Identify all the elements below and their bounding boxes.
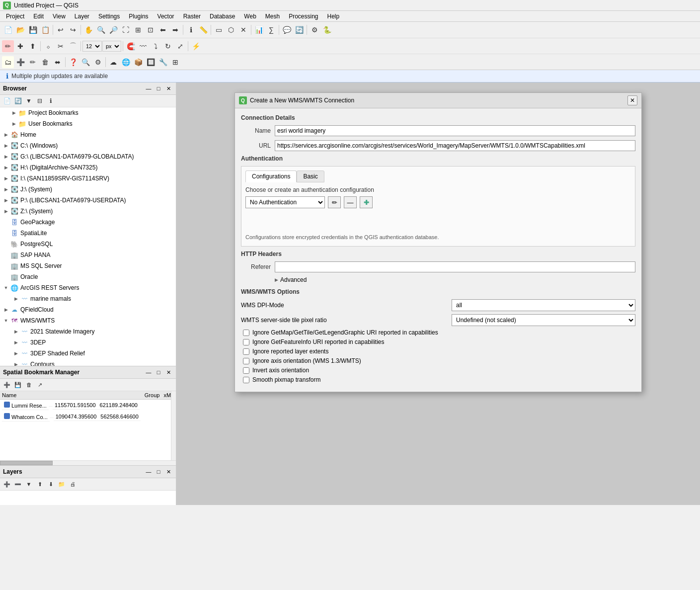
tree-item-qfieldcloud[interactable]: ▶ ☁ QFieldCloud	[0, 304, 176, 315]
tree-item-sap-hana[interactable]: 🏢 SAP HANA	[0, 250, 176, 260]
tb-save[interactable]: 💾	[27, 24, 39, 36]
bm-delete-btn[interactable]: 🗑	[24, 380, 34, 390]
menu-help[interactable]: Help	[323, 12, 344, 21]
browser-info-btn[interactable]: ℹ	[46, 96, 56, 106]
browser-panel-minimize[interactable]: —	[144, 84, 153, 93]
tree-item-postgresql[interactable]: 🐘 PostgreSQL	[0, 239, 176, 250]
tb-zoom-layer[interactable]: ⊞	[132, 24, 144, 36]
tb-python[interactable]: 🐍	[321, 24, 333, 36]
tb-cloud[interactable]: ☁	[107, 56, 119, 68]
menu-view[interactable]: View	[49, 12, 70, 21]
tb-refresh[interactable]: 🔄	[293, 24, 305, 36]
ignore-getmap-checkbox[interactable]	[243, 330, 249, 336]
tree-item-i-drive[interactable]: ▶ 💽 I:\ (SAN11859SRV-GIS7114SRV)	[0, 173, 176, 184]
tb-identify2[interactable]: 🔍	[79, 56, 91, 68]
smooth-pixmap-checkbox[interactable]	[243, 377, 249, 383]
menu-layer[interactable]: Layer	[71, 12, 93, 21]
url-input[interactable]	[275, 140, 635, 151]
tile-pixel-ratio-dropdown[interactable]: Undefined (not scaled)	[452, 314, 635, 326]
auth-dropdown[interactable]: No Authentication	[245, 196, 325, 208]
tree-item-c-drive[interactable]: ▶ 💽 C:\ (Windows)	[0, 140, 176, 151]
tab-configurations[interactable]: Configurations	[245, 170, 297, 182]
menu-web[interactable]: Web	[240, 12, 260, 21]
browser-filter-btn[interactable]: ▼	[24, 96, 34, 106]
layers-group-btn[interactable]: 📁	[57, 479, 67, 489]
bm-save-btn[interactable]: 💾	[13, 380, 23, 390]
bm-add-btn[interactable]: ➕	[2, 380, 12, 390]
advanced-row[interactable]: ▶ Advanced	[241, 274, 635, 284]
tb-select-poly[interactable]: ⬡	[225, 24, 237, 36]
tb-grid[interactable]: ⊞	[169, 56, 181, 68]
menu-edit[interactable]: Edit	[29, 12, 48, 21]
browser-refresh-btn[interactable]: 🔄	[13, 96, 23, 106]
tree-item-oracle[interactable]: 🏢 Oracle	[0, 271, 176, 282]
tb-scale[interactable]: ⤢	[174, 40, 186, 52]
tb-open[interactable]: 📂	[14, 24, 26, 36]
font-size-select[interactable]: 12	[82, 41, 102, 52]
ignore-axis-checkbox[interactable]	[243, 358, 249, 364]
menu-project[interactable]: Project	[2, 12, 28, 21]
layers-remove-btn[interactable]: ➖	[13, 479, 23, 489]
tb-identify[interactable]: ℹ	[185, 24, 197, 36]
bookmark-panel-float[interactable]: □	[154, 368, 163, 377]
menu-raster[interactable]: Raster	[179, 12, 205, 21]
tb-move-feature[interactable]: ⬆	[27, 40, 39, 52]
bookmark-panel-close[interactable]: ✕	[164, 368, 173, 377]
tb-save-as[interactable]: 📋	[39, 24, 51, 36]
font-unit-select[interactable]: px	[102, 41, 121, 52]
tb-deselect[interactable]: ✕	[237, 24, 249, 36]
tb-add[interactable]: ➕	[14, 56, 26, 68]
tb-zoom-next[interactable]: ➡	[169, 24, 181, 36]
tb-edit2[interactable]: ✏	[27, 56, 39, 68]
tb-select-rect[interactable]: ▭	[213, 24, 225, 36]
layers-up-btn[interactable]: ⬆	[35, 479, 45, 489]
layers-add-btn[interactable]: ➕	[2, 479, 12, 489]
tb-globe[interactable]: 🌐	[120, 56, 132, 68]
tb-advanced-digitize[interactable]: ⚡	[190, 40, 202, 52]
tree-item-spatialite[interactable]: 🗄 SpatiaLite	[0, 228, 176, 239]
tb-delete-part[interactable]: ✂	[55, 40, 67, 52]
tb-browser-panel[interactable]: 🗂	[2, 56, 14, 68]
tree-item-3dep-shaded[interactable]: ▶ 〰 3DEP Shaded Relief	[0, 348, 176, 359]
tree-item-arcgis-rest[interactable]: ▼ 🌐 ArcGIS REST Servers	[0, 282, 176, 293]
browser-collapse-btn[interactable]: ⊟	[35, 96, 45, 106]
tb-zoom-in[interactable]: 🔍	[95, 24, 107, 36]
ignore-extents-checkbox[interactable]	[243, 348, 249, 355]
bookmark-row-whatcom[interactable]: Whatcom Co... 1090474.395600 562568.6466…	[0, 411, 143, 422]
bm-export-btn[interactable]: ↗	[35, 380, 45, 390]
bookmark-panel-minimize[interactable]: —	[144, 368, 153, 377]
dpi-mode-dropdown[interactable]: all	[452, 299, 635, 311]
tree-item-marine-mammals[interactable]: ▶ 〰 marine mamals	[0, 293, 176, 304]
tree-item-g-drive[interactable]: ▶ 💽 G:\ (LIBCSAN1-DATA6979-GLOBALDATA)	[0, 151, 176, 162]
layers-panel-float[interactable]: □	[154, 467, 163, 476]
tb-zoom-full[interactable]: ⛶	[120, 24, 132, 36]
tb-new[interactable]: 📄	[2, 24, 14, 36]
auth-edit-btn[interactable]: ✏	[328, 196, 341, 208]
tb-wrench[interactable]: 🔧	[157, 56, 169, 68]
tab-basic[interactable]: Basic	[297, 170, 324, 182]
tree-item-wms-wmts[interactable]: ▼ 🗺 WMS/WMTS	[0, 315, 176, 326]
tree-item-2021-imagery[interactable]: ▶ 〰 2021 Statewide Imagery	[0, 326, 176, 337]
map-canvas[interactable]: Q Create a New WMS/WMTS Connection ✕ Con…	[176, 83, 700, 505]
tb-cube2[interactable]: 🔲	[145, 56, 156, 68]
tb-node-tool[interactable]: ⬦	[42, 40, 54, 52]
tb-map-tips[interactable]: 💬	[281, 24, 293, 36]
invert-axis-checkbox[interactable]	[243, 367, 249, 374]
browser-panel-float[interactable]: □	[154, 84, 163, 93]
tb-attribute-table[interactable]: 📊	[253, 24, 265, 36]
tb-zoom-select[interactable]: ⊡	[145, 24, 156, 36]
tb-undo[interactable]: ↩	[55, 24, 67, 36]
tb-snapping[interactable]: 🧲	[125, 40, 137, 52]
tree-item-3dep[interactable]: ▶ 〰 3DEP	[0, 337, 176, 348]
tree-item-project-bookmarks[interactable]: ▶ 📁 Project Bookmarks	[0, 107, 176, 118]
tb-reshape[interactable]: ⌒	[67, 40, 79, 52]
menu-mesh[interactable]: Mesh	[261, 12, 284, 21]
auth-remove-btn[interactable]: —	[344, 196, 357, 208]
bookmark-scrollbar[interactable]	[171, 391, 176, 460]
tb-cube[interactable]: 📦	[132, 56, 144, 68]
layers-panel-close[interactable]: ✕	[164, 467, 173, 476]
menu-plugins[interactable]: Plugins	[125, 12, 152, 21]
tb-field-calc[interactable]: ∑	[265, 24, 277, 36]
tb-delete[interactable]: 🗑	[39, 56, 51, 68]
layers-filter-btn[interactable]: ▼	[24, 479, 34, 489]
